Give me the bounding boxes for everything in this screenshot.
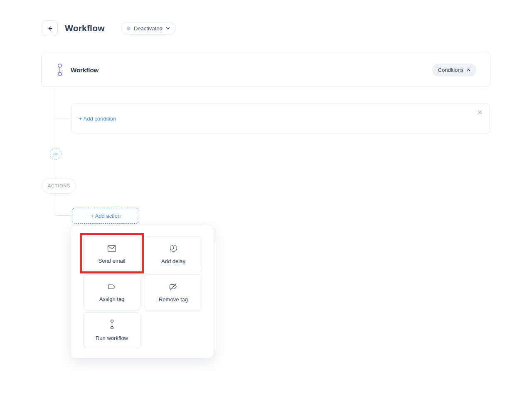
workflow-builder-screen: Workflow Deactivated Workflow Conditions — [0, 0, 532, 399]
connector-line — [56, 215, 72, 216]
action-type-popup: Send email Add delay Assign tag — [71, 225, 214, 358]
conditions-toggle-button[interactable]: Conditions — [432, 64, 476, 76]
chevron-up-icon — [466, 69, 470, 71]
page-title: Workflow — [65, 22, 105, 34]
add-action-button[interactable]: + Add action — [72, 208, 139, 224]
connector-line — [56, 160, 56, 178]
clock-icon — [169, 244, 178, 253]
action-card-label: Add delay — [161, 258, 185, 264]
status-dot-icon — [127, 27, 131, 30]
conditions-button-label: Conditions — [438, 67, 463, 73]
action-card-remove-tag[interactable]: Remove tag — [145, 274, 202, 310]
workflow-node-card[interactable]: Workflow Conditions — [41, 53, 490, 87]
workflow-node-icon — [57, 63, 63, 76]
action-card-label: Run workflow — [96, 335, 128, 341]
action-card-send-email[interactable]: Send email — [83, 236, 140, 272]
status-label: Deactivated — [134, 25, 163, 32]
chevron-down-icon — [166, 27, 170, 30]
action-card-add-delay[interactable]: Add delay — [145, 236, 202, 272]
arrow-left-icon — [47, 25, 53, 32]
tag-icon — [107, 283, 116, 291]
actions-section-badge: ACTIONS — [42, 178, 76, 194]
actions-badge-label: ACTIONS — [48, 183, 71, 188]
plus-icon — [54, 152, 58, 156]
connector-line — [56, 118, 71, 118]
action-card-assign-tag[interactable]: Assign tag — [83, 274, 140, 310]
add-condition-link[interactable]: + Add condition — [79, 116, 116, 122]
close-icon[interactable] — [476, 108, 483, 116]
action-card-label: Send email — [98, 258, 125, 264]
email-icon — [107, 245, 116, 252]
back-button[interactable] — [42, 20, 58, 36]
status-dropdown[interactable]: Deactivated — [121, 22, 176, 35]
action-card-label: Assign tag — [99, 296, 125, 302]
workflow-icon — [109, 319, 115, 330]
add-action-label: + Add action — [91, 213, 121, 219]
tag-slash-icon — [169, 283, 178, 291]
condition-panel: + Add condition — [71, 103, 490, 133]
connector-line — [56, 193, 56, 215]
connector-line — [56, 87, 56, 148]
insert-step-button[interactable] — [50, 148, 62, 160]
workflow-node-title: Workflow — [71, 66, 99, 74]
action-card-run-workflow[interactable]: Run workflow — [83, 312, 140, 348]
action-card-label: Remove tag — [159, 296, 188, 303]
